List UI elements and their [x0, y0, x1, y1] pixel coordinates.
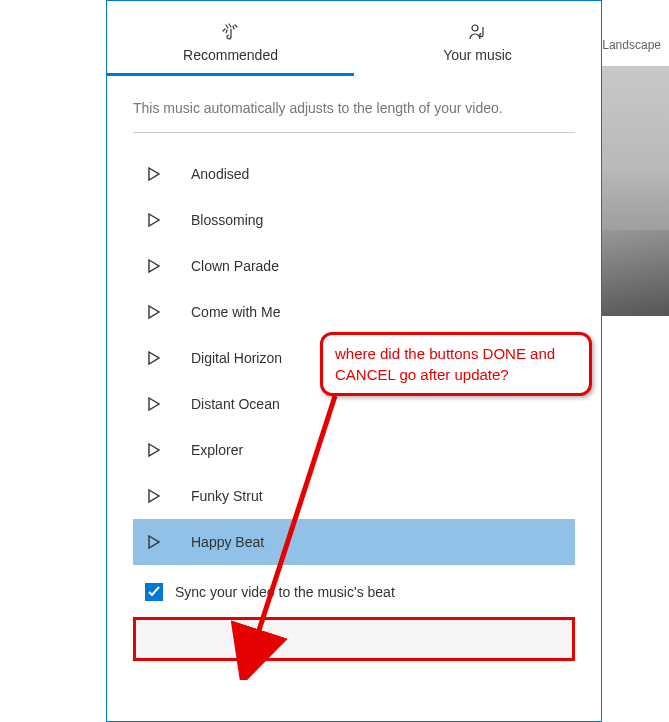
track-row[interactable]: Come with Me [133, 289, 575, 335]
sync-checkbox[interactable] [145, 583, 163, 601]
annotation-callout: where did the buttons DONE and CANCEL go… [320, 332, 592, 396]
tab-label: Your music [354, 47, 601, 63]
tab-label: Recommended [107, 47, 354, 63]
play-icon[interactable] [145, 305, 163, 319]
tabs-row: Recommended Your music [107, 21, 601, 76]
play-icon[interactable] [145, 213, 163, 227]
track-name: Distant Ocean [191, 396, 280, 412]
track-name: Come with Me [191, 304, 280, 320]
description-text: This music automatically adjusts to the … [107, 76, 601, 132]
tab-recommended[interactable]: Recommended [107, 21, 354, 76]
track-name: Happy Beat [191, 534, 264, 550]
track-name: Blossoming [191, 212, 263, 228]
track-name: Funky Strut [191, 488, 263, 504]
background-text: 9 Landscape [592, 38, 661, 52]
track-row[interactable]: Blossoming [133, 197, 575, 243]
track-row[interactable]: Explorer [133, 427, 575, 473]
track-row[interactable]: Funky Strut [133, 473, 575, 519]
background-thumbnail-road [594, 230, 669, 316]
play-icon[interactable] [145, 259, 163, 273]
track-row[interactable]: Anodised [133, 151, 575, 197]
play-icon[interactable] [145, 397, 163, 411]
person-music-icon [354, 21, 601, 43]
track-name: Anodised [191, 166, 249, 182]
track-name: Explorer [191, 442, 243, 458]
play-icon[interactable] [145, 351, 163, 365]
play-icon[interactable] [145, 489, 163, 503]
track-row[interactable]: Happy Beat [133, 519, 575, 565]
sync-label: Sync your video to the music's beat [175, 584, 395, 600]
tab-your-music[interactable]: Your music [354, 21, 601, 76]
sync-row: Sync your video to the music's beat [107, 565, 601, 613]
missing-buttons-area [133, 617, 575, 661]
music-notes-icon [107, 21, 354, 43]
track-name: Clown Parade [191, 258, 279, 274]
svg-point-0 [472, 25, 478, 31]
play-icon[interactable] [145, 443, 163, 457]
track-row[interactable]: Clown Parade [133, 243, 575, 289]
play-icon[interactable] [145, 167, 163, 181]
track-name: Digital Horizon [191, 350, 282, 366]
play-icon[interactable] [145, 535, 163, 549]
